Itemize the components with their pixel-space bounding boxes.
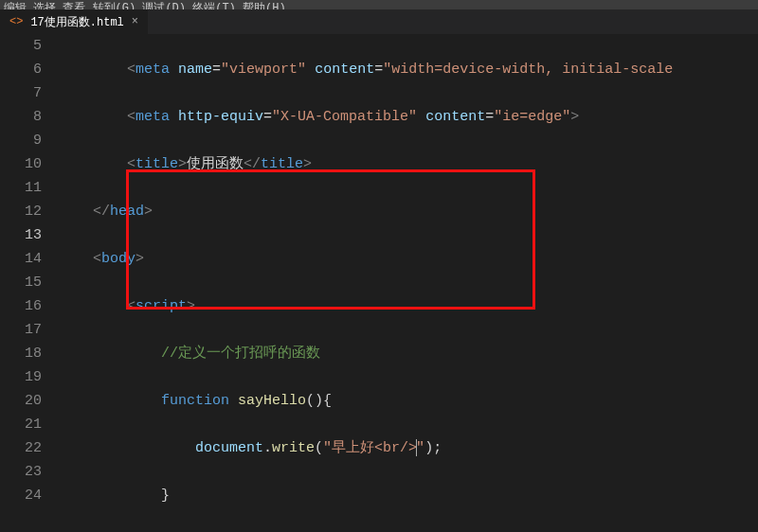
close-icon[interactable]: ×: [132, 15, 138, 28]
line-number: 11: [0, 176, 42, 200]
line-number: 10: [0, 152, 42, 176]
code-line: </head>: [59, 200, 758, 223]
tab-active[interactable]: <> 17使用函数.html ×: [0, 9, 148, 34]
line-number: 16: [0, 294, 42, 318]
line-number: 6: [0, 58, 42, 81]
line-number: 21: [0, 413, 42, 436]
code-area[interactable]: <meta name="viewport" content="width=dev…: [59, 34, 758, 532]
line-number: 9: [0, 129, 42, 152]
code-line: <title>使用函数</title>: [59, 152, 758, 176]
code-line: <meta name="viewport" content="width=dev…: [59, 58, 758, 81]
code-line: }: [59, 484, 758, 507]
menu-bar[interactable]: 编辑 选择 查看 转到(G) 调试(D) 终端(T) 帮助(H): [0, 0, 758, 9]
line-number: 20: [0, 389, 42, 413]
line-number: 18: [0, 342, 42, 365]
code-line: <meta http-equiv="X-UA-Compatible" conte…: [59, 105, 758, 129]
menu-text: 编辑 选择 查看 转到(G) 调试(D) 终端(T) 帮助(H): [4, 2, 286, 9]
line-number: 7: [0, 81, 42, 105]
line-number-gutter: 5 6 7 8 9 10 11 12 13 14 15 16 17 18 19 …: [0, 34, 59, 532]
line-number: 22: [0, 436, 42, 460]
line-number: 23: [0, 460, 42, 484]
line-number: 5: [0, 34, 42, 58]
line-number: 19: [0, 365, 42, 389]
line-number: 14: [0, 247, 42, 271]
code-line: <body>: [59, 247, 758, 271]
editor[interactable]: 5 6 7 8 9 10 11 12 13 14 15 16 17 18 19 …: [0, 34, 758, 532]
line-number: 15: [0, 271, 42, 294]
line-number: 12: [0, 200, 42, 223]
code-line: <script>: [59, 294, 758, 318]
code-line: //定义一个打招呼的函数: [59, 342, 758, 365]
line-number-current: 13: [0, 223, 42, 247]
line-number: 24: [0, 484, 42, 507]
tab-bar: <> 17使用函数.html ×: [0, 9, 758, 34]
tab-filename: 17使用函数.html: [30, 14, 123, 30]
html-file-icon: <>: [9, 15, 23, 28]
line-number: 8: [0, 105, 42, 129]
line-number: 17: [0, 318, 42, 342]
code-line: function sayHello(){: [59, 389, 758, 413]
code-line: document.write("早上好<br/>");: [59, 436, 758, 460]
